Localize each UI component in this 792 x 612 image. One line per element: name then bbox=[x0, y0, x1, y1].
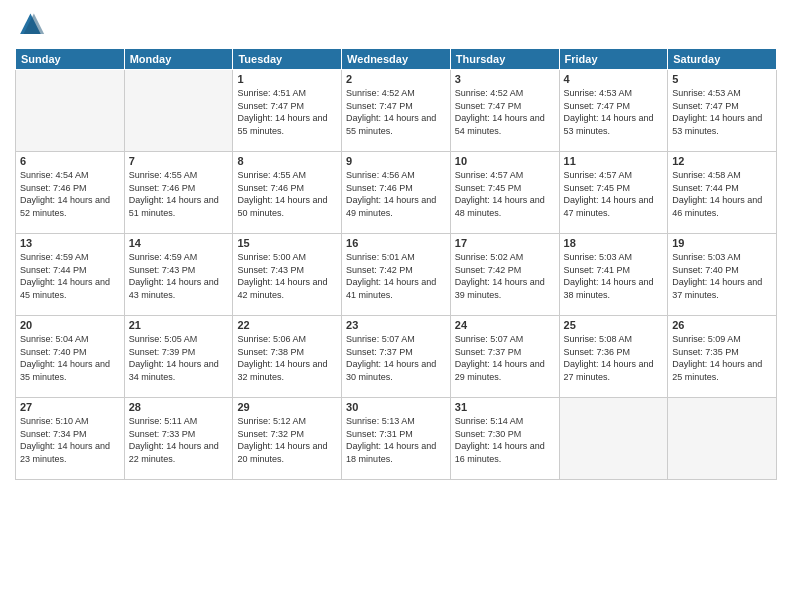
weekday-header: Thursday bbox=[450, 49, 559, 70]
day-number: 4 bbox=[564, 73, 664, 85]
day-info: Sunrise: 4:58 AMSunset: 7:44 PMDaylight:… bbox=[672, 169, 772, 219]
calendar-day-cell: 22Sunrise: 5:06 AMSunset: 7:38 PMDayligh… bbox=[233, 316, 342, 398]
page: SundayMondayTuesdayWednesdayThursdayFrid… bbox=[0, 0, 792, 612]
calendar-day-cell: 1Sunrise: 4:51 AMSunset: 7:47 PMDaylight… bbox=[233, 70, 342, 152]
day-info: Sunrise: 5:05 AMSunset: 7:39 PMDaylight:… bbox=[129, 333, 229, 383]
calendar-day-cell: 15Sunrise: 5:00 AMSunset: 7:43 PMDayligh… bbox=[233, 234, 342, 316]
day-info: Sunrise: 5:13 AMSunset: 7:31 PMDaylight:… bbox=[346, 415, 446, 465]
calendar-week-row: 1Sunrise: 4:51 AMSunset: 7:47 PMDaylight… bbox=[16, 70, 777, 152]
logo bbox=[15, 10, 49, 40]
day-info: Sunrise: 4:52 AMSunset: 7:47 PMDaylight:… bbox=[346, 87, 446, 137]
day-info: Sunrise: 5:09 AMSunset: 7:35 PMDaylight:… bbox=[672, 333, 772, 383]
day-number: 26 bbox=[672, 319, 772, 331]
day-info: Sunrise: 4:57 AMSunset: 7:45 PMDaylight:… bbox=[564, 169, 664, 219]
day-info: Sunrise: 4:52 AMSunset: 7:47 PMDaylight:… bbox=[455, 87, 555, 137]
calendar-day-cell: 14Sunrise: 4:59 AMSunset: 7:43 PMDayligh… bbox=[124, 234, 233, 316]
day-info: Sunrise: 5:14 AMSunset: 7:30 PMDaylight:… bbox=[455, 415, 555, 465]
day-number: 17 bbox=[455, 237, 555, 249]
calendar-day-cell: 3Sunrise: 4:52 AMSunset: 7:47 PMDaylight… bbox=[450, 70, 559, 152]
day-info: Sunrise: 4:51 AMSunset: 7:47 PMDaylight:… bbox=[237, 87, 337, 137]
calendar-day-cell: 26Sunrise: 5:09 AMSunset: 7:35 PMDayligh… bbox=[668, 316, 777, 398]
calendar-day-cell: 21Sunrise: 5:05 AMSunset: 7:39 PMDayligh… bbox=[124, 316, 233, 398]
weekday-header: Monday bbox=[124, 49, 233, 70]
day-number: 12 bbox=[672, 155, 772, 167]
day-number: 6 bbox=[20, 155, 120, 167]
day-info: Sunrise: 4:59 AMSunset: 7:44 PMDaylight:… bbox=[20, 251, 120, 301]
day-number: 20 bbox=[20, 319, 120, 331]
day-number: 30 bbox=[346, 401, 446, 413]
calendar-day-cell: 18Sunrise: 5:03 AMSunset: 7:41 PMDayligh… bbox=[559, 234, 668, 316]
calendar-day-cell: 28Sunrise: 5:11 AMSunset: 7:33 PMDayligh… bbox=[124, 398, 233, 480]
day-number: 18 bbox=[564, 237, 664, 249]
weekday-header: Sunday bbox=[16, 49, 125, 70]
calendar-day-cell: 29Sunrise: 5:12 AMSunset: 7:32 PMDayligh… bbox=[233, 398, 342, 480]
day-number: 8 bbox=[237, 155, 337, 167]
day-number: 11 bbox=[564, 155, 664, 167]
day-number: 13 bbox=[20, 237, 120, 249]
day-info: Sunrise: 4:54 AMSunset: 7:46 PMDaylight:… bbox=[20, 169, 120, 219]
calendar-day-cell: 5Sunrise: 4:53 AMSunset: 7:47 PMDaylight… bbox=[668, 70, 777, 152]
day-number: 19 bbox=[672, 237, 772, 249]
day-info: Sunrise: 4:55 AMSunset: 7:46 PMDaylight:… bbox=[237, 169, 337, 219]
day-number: 7 bbox=[129, 155, 229, 167]
calendar-day-cell: 6Sunrise: 4:54 AMSunset: 7:46 PMDaylight… bbox=[16, 152, 125, 234]
day-info: Sunrise: 5:10 AMSunset: 7:34 PMDaylight:… bbox=[20, 415, 120, 465]
calendar-table: SundayMondayTuesdayWednesdayThursdayFrid… bbox=[15, 48, 777, 480]
calendar-week-row: 20Sunrise: 5:04 AMSunset: 7:40 PMDayligh… bbox=[16, 316, 777, 398]
day-number: 22 bbox=[237, 319, 337, 331]
calendar-day-cell: 17Sunrise: 5:02 AMSunset: 7:42 PMDayligh… bbox=[450, 234, 559, 316]
calendar-day-cell: 7Sunrise: 4:55 AMSunset: 7:46 PMDaylight… bbox=[124, 152, 233, 234]
day-info: Sunrise: 4:53 AMSunset: 7:47 PMDaylight:… bbox=[564, 87, 664, 137]
calendar-week-row: 6Sunrise: 4:54 AMSunset: 7:46 PMDaylight… bbox=[16, 152, 777, 234]
day-number: 25 bbox=[564, 319, 664, 331]
calendar-day-cell: 16Sunrise: 5:01 AMSunset: 7:42 PMDayligh… bbox=[342, 234, 451, 316]
day-number: 24 bbox=[455, 319, 555, 331]
day-info: Sunrise: 4:57 AMSunset: 7:45 PMDaylight:… bbox=[455, 169, 555, 219]
day-number: 28 bbox=[129, 401, 229, 413]
calendar-day-cell: 25Sunrise: 5:08 AMSunset: 7:36 PMDayligh… bbox=[559, 316, 668, 398]
calendar-day-cell: 30Sunrise: 5:13 AMSunset: 7:31 PMDayligh… bbox=[342, 398, 451, 480]
day-number: 27 bbox=[20, 401, 120, 413]
calendar-day-cell: 23Sunrise: 5:07 AMSunset: 7:37 PMDayligh… bbox=[342, 316, 451, 398]
calendar-day-cell bbox=[16, 70, 125, 152]
header bbox=[15, 10, 777, 40]
day-number: 16 bbox=[346, 237, 446, 249]
day-number: 14 bbox=[129, 237, 229, 249]
calendar-day-cell: 20Sunrise: 5:04 AMSunset: 7:40 PMDayligh… bbox=[16, 316, 125, 398]
day-number: 9 bbox=[346, 155, 446, 167]
day-info: Sunrise: 4:59 AMSunset: 7:43 PMDaylight:… bbox=[129, 251, 229, 301]
logo-icon bbox=[15, 10, 45, 40]
calendar-week-row: 13Sunrise: 4:59 AMSunset: 7:44 PMDayligh… bbox=[16, 234, 777, 316]
day-number: 23 bbox=[346, 319, 446, 331]
calendar-day-cell: 9Sunrise: 4:56 AMSunset: 7:46 PMDaylight… bbox=[342, 152, 451, 234]
day-info: Sunrise: 5:08 AMSunset: 7:36 PMDaylight:… bbox=[564, 333, 664, 383]
day-info: Sunrise: 5:04 AMSunset: 7:40 PMDaylight:… bbox=[20, 333, 120, 383]
day-info: Sunrise: 5:00 AMSunset: 7:43 PMDaylight:… bbox=[237, 251, 337, 301]
day-number: 31 bbox=[455, 401, 555, 413]
calendar-day-cell: 11Sunrise: 4:57 AMSunset: 7:45 PMDayligh… bbox=[559, 152, 668, 234]
calendar-day-cell bbox=[124, 70, 233, 152]
weekday-header: Saturday bbox=[668, 49, 777, 70]
day-number: 2 bbox=[346, 73, 446, 85]
calendar-day-cell: 2Sunrise: 4:52 AMSunset: 7:47 PMDaylight… bbox=[342, 70, 451, 152]
weekday-header: Wednesday bbox=[342, 49, 451, 70]
calendar-day-cell: 24Sunrise: 5:07 AMSunset: 7:37 PMDayligh… bbox=[450, 316, 559, 398]
day-info: Sunrise: 5:11 AMSunset: 7:33 PMDaylight:… bbox=[129, 415, 229, 465]
day-info: Sunrise: 4:55 AMSunset: 7:46 PMDaylight:… bbox=[129, 169, 229, 219]
day-number: 10 bbox=[455, 155, 555, 167]
calendar-day-cell: 13Sunrise: 4:59 AMSunset: 7:44 PMDayligh… bbox=[16, 234, 125, 316]
day-info: Sunrise: 5:03 AMSunset: 7:41 PMDaylight:… bbox=[564, 251, 664, 301]
calendar-day-cell: 31Sunrise: 5:14 AMSunset: 7:30 PMDayligh… bbox=[450, 398, 559, 480]
day-number: 21 bbox=[129, 319, 229, 331]
calendar-day-cell: 19Sunrise: 5:03 AMSunset: 7:40 PMDayligh… bbox=[668, 234, 777, 316]
calendar-day-cell: 27Sunrise: 5:10 AMSunset: 7:34 PMDayligh… bbox=[16, 398, 125, 480]
weekday-header: Friday bbox=[559, 49, 668, 70]
day-info: Sunrise: 5:03 AMSunset: 7:40 PMDaylight:… bbox=[672, 251, 772, 301]
calendar-day-cell bbox=[668, 398, 777, 480]
day-info: Sunrise: 4:56 AMSunset: 7:46 PMDaylight:… bbox=[346, 169, 446, 219]
calendar-header-row: SundayMondayTuesdayWednesdayThursdayFrid… bbox=[16, 49, 777, 70]
day-number: 5 bbox=[672, 73, 772, 85]
calendar-week-row: 27Sunrise: 5:10 AMSunset: 7:34 PMDayligh… bbox=[16, 398, 777, 480]
weekday-header: Tuesday bbox=[233, 49, 342, 70]
calendar-day-cell: 10Sunrise: 4:57 AMSunset: 7:45 PMDayligh… bbox=[450, 152, 559, 234]
